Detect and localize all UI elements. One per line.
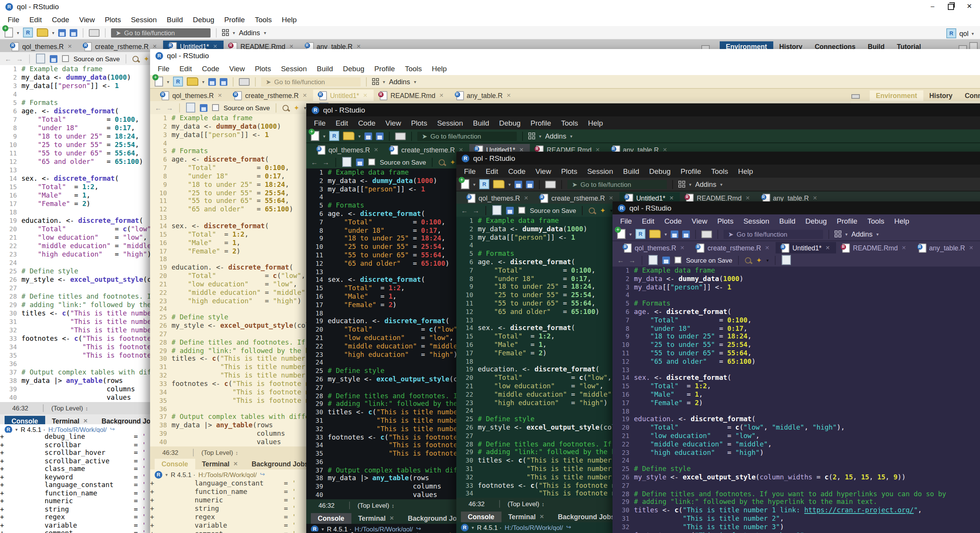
panes-caret-icon[interactable]: ▾: [383, 79, 385, 84]
menu-item-code[interactable]: Code: [664, 217, 681, 225]
code-tools-wand-icon[interactable]: ✦: [600, 206, 606, 214]
menu-item-help[interactable]: Help: [588, 119, 603, 127]
menu-item-debug[interactable]: Debug: [649, 167, 671, 175]
editor-save-icon[interactable]: [506, 206, 514, 214]
panes-grid-icon[interactable]: [835, 231, 841, 237]
menu-item-help[interactable]: Help: [432, 64, 447, 73]
console-tab-terminal[interactable]: Terminal✕: [351, 513, 401, 524]
search-icon[interactable]: [283, 105, 289, 111]
addins-caret-icon[interactable]: ▾: [264, 30, 266, 35]
menu-item-build[interactable]: Build: [473, 119, 489, 127]
forward-icon[interactable]: →: [322, 158, 329, 166]
editor-tab-qol_themes.r[interactable]: Rqol_themes.R✕: [155, 90, 228, 101]
addins-caret-icon[interactable]: ▾: [570, 133, 572, 139]
menu-item-file[interactable]: File: [8, 15, 20, 24]
code-tools-caret-icon[interactable]: ▾: [766, 257, 769, 263]
source-on-save-checkbox[interactable]: [368, 159, 375, 165]
source-on-save-checkbox[interactable]: [62, 55, 69, 62]
menu-item-plots[interactable]: Plots: [255, 64, 271, 73]
forward-icon[interactable]: →: [629, 256, 635, 264]
popout-icon[interactable]: [36, 54, 45, 64]
print-icon[interactable]: [545, 180, 556, 188]
scope-stepper-icon[interactable]: ↕: [542, 501, 544, 507]
close-icon[interactable]: ✕: [960, 0, 978, 13]
panes-caret-icon[interactable]: ▾: [845, 231, 848, 237]
tab-close-icon[interactable]: ✕: [356, 43, 361, 49]
menu-item-profile[interactable]: Profile: [681, 167, 701, 175]
new-project-icon[interactable]: R: [329, 131, 339, 141]
menu-item-debug[interactable]: Debug: [805, 217, 827, 225]
menu-item-build[interactable]: Build: [779, 217, 795, 225]
editor-tab-qol_themes.r[interactable]: Rqol_themes.R✕: [312, 144, 384, 155]
code-tools-wand-icon[interactable]: ✦: [450, 158, 456, 166]
panes-caret-icon[interactable]: ▾: [233, 30, 235, 35]
editor-tab-any_table.r[interactable]: Rany_table.R✕: [912, 242, 980, 253]
menu-item-view[interactable]: View: [229, 64, 245, 73]
back-icon[interactable]: ←: [5, 55, 11, 62]
open-file-icon[interactable]: [493, 180, 505, 188]
new-file-icon[interactable]: [311, 131, 319, 141]
search-icon[interactable]: [589, 207, 595, 213]
menu-item-profile[interactable]: Profile: [374, 64, 395, 73]
save-icon[interactable]: [208, 78, 216, 85]
new-file-caret-icon[interactable]: ▾: [167, 79, 169, 84]
console-tab-close-icon[interactable]: ✕: [83, 418, 88, 424]
console-tab-console[interactable]: Console: [311, 513, 351, 524]
menu-item-profile[interactable]: Profile: [531, 119, 551, 127]
menu-item-plots[interactable]: Plots: [105, 15, 121, 24]
menu-item-code[interactable]: Code: [52, 15, 69, 24]
console-tab-terminal[interactable]: Terminal✕: [195, 459, 245, 469]
search-icon[interactable]: [439, 159, 445, 165]
editor-tab-readme.rmd[interactable]: RREADME.Rmd✕: [836, 242, 912, 253]
new-file-icon[interactable]: [461, 179, 469, 189]
tab-close-icon[interactable]: ✕: [213, 43, 217, 49]
tab-close-icon[interactable]: ✕: [68, 43, 72, 49]
menu-item-debug[interactable]: Debug: [499, 119, 521, 127]
menu-item-code[interactable]: Code: [358, 119, 375, 127]
new-file-icon[interactable]: [617, 229, 626, 239]
scope-stepper-icon[interactable]: ↕: [392, 503, 394, 508]
console-tab-close-icon[interactable]: ✕: [539, 514, 544, 520]
addins-button[interactable]: Addins: [545, 132, 566, 140]
tab-close-icon[interactable]: ✕: [902, 245, 906, 251]
print-icon[interactable]: [395, 132, 406, 140]
save-icon[interactable]: [514, 180, 522, 188]
console-tab-console[interactable]: Console: [461, 512, 501, 522]
tab-close-icon[interactable]: ✕: [302, 92, 307, 98]
tab-close-icon[interactable]: ✕: [745, 195, 750, 201]
menu-item-tools[interactable]: Tools: [867, 217, 884, 225]
project-button[interactable]: R qol ▾: [946, 28, 974, 38]
scope-selector[interactable]: (Top Level): [43, 404, 83, 412]
panes-grid-icon[interactable]: [222, 29, 229, 36]
save-icon[interactable]: [58, 29, 66, 36]
print-icon[interactable]: [89, 29, 100, 36]
editor-tab-untitled1-[interactable]: RUntitled1*✕: [313, 90, 374, 101]
editor-tab-any_table.r[interactable]: Rany_table.R✕: [450, 90, 517, 101]
open-caret-icon[interactable]: ▾: [508, 181, 511, 187]
save-all-icon[interactable]: [70, 29, 77, 36]
new-file-caret-icon[interactable]: ▾: [17, 30, 19, 35]
menu-item-plots[interactable]: Plots: [717, 217, 733, 225]
editor-tab-create_rstheme.r[interactable]: Rcreate_rstheme.R✕: [691, 242, 776, 253]
forward-icon[interactable]: →: [16, 55, 23, 62]
tab-close-icon[interactable]: ✕: [374, 147, 379, 153]
panes-grid-icon[interactable]: [372, 78, 379, 85]
editor-save-icon[interactable]: [200, 104, 207, 111]
menu-item-build[interactable]: Build: [317, 64, 333, 73]
open-file-icon[interactable]: [37, 28, 48, 37]
menu-item-tools[interactable]: Tools: [255, 15, 272, 24]
tab-close-icon[interactable]: ✕: [152, 43, 157, 49]
menu-item-session[interactable]: Session: [281, 64, 307, 73]
pane-minimize-icon[interactable]: [701, 42, 710, 50]
tab-close-icon[interactable]: ✕: [439, 92, 444, 98]
open-file-icon[interactable]: [343, 132, 354, 140]
print-icon[interactable]: [701, 230, 712, 238]
back-icon[interactable]: ←: [461, 206, 468, 214]
open-caret-icon[interactable]: ▾: [52, 30, 54, 35]
console-tab-console[interactable]: Console: [155, 459, 195, 469]
editor-save-icon[interactable]: [356, 158, 364, 166]
pane-tab-environment[interactable]: Environment: [870, 90, 923, 101]
editor-tab-qol_themes.r[interactable]: Rqol_themes.R✕: [618, 242, 691, 253]
addins-button[interactable]: Addins: [239, 29, 260, 36]
r-version-caret-icon[interactable]: ▾: [165, 472, 168, 477]
